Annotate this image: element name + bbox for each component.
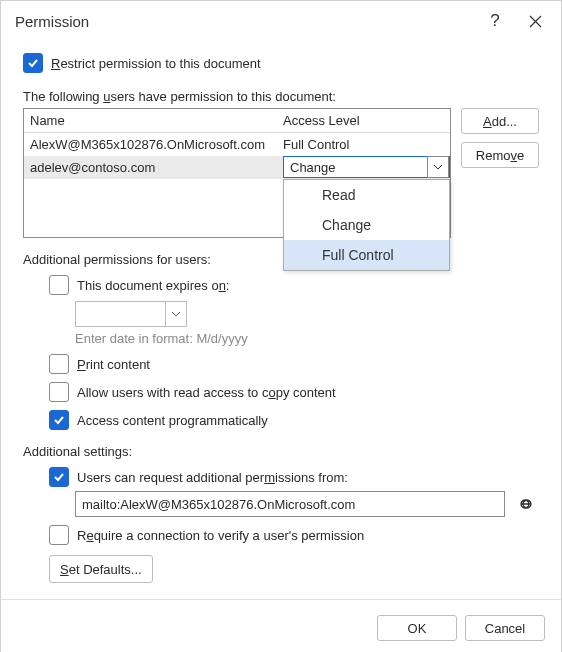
copy-label: Allow users with read access to copy con… [77, 385, 336, 400]
col-name-header[interactable]: Name [24, 113, 277, 128]
programmatic-checkbox[interactable] [49, 410, 69, 430]
additional-settings-label: Additional settings: [23, 444, 539, 459]
print-label: Print content [77, 357, 150, 372]
table-row[interactable]: AlexW@M365x102876.OnMicrosoft.com Full C… [24, 133, 450, 156]
cell-access: Change Read Change Full Control [283, 156, 450, 179]
cell-access: Full Control [277, 137, 450, 152]
combo-value: Change [284, 160, 427, 175]
date-format-hint: Enter date in format: M/d/yyyy [75, 331, 539, 346]
programmatic-label: Access content programmatically [77, 413, 268, 428]
close-button[interactable] [515, 1, 555, 41]
copy-checkbox[interactable] [49, 382, 69, 402]
dropdown-option[interactable]: Full Control [284, 240, 449, 270]
cell-name: adelev@contoso.com [24, 160, 283, 175]
add-button[interactable]: Add... [461, 108, 539, 134]
access-level-dropdown: Read Change Full Control [283, 179, 450, 271]
restrict-label: Restrict permission to this document [51, 56, 261, 71]
ok-button[interactable]: OK [377, 615, 457, 641]
cancel-button[interactable]: Cancel [465, 615, 545, 641]
dialog-title: Permission [15, 13, 475, 30]
expires-label: This document expires on: [77, 278, 229, 293]
remove-button[interactable]: Remove [461, 142, 539, 168]
close-icon [529, 15, 542, 28]
expires-checkbox[interactable] [49, 275, 69, 295]
request-permissions-label: Users can request additional permissions… [77, 470, 348, 485]
title-bar: Permission ? [1, 1, 561, 41]
cell-name: AlexW@M365x102876.OnMicrosoft.com [24, 137, 277, 152]
set-defaults-button[interactable]: Set Defaults... [49, 555, 153, 583]
help-icon: ? [490, 11, 499, 31]
users-list-label: The following users have permission to t… [23, 89, 539, 104]
print-checkbox[interactable] [49, 354, 69, 374]
chevron-down-icon[interactable] [427, 156, 449, 178]
dropdown-option[interactable]: Read [284, 180, 449, 210]
dialog-footer: OK Cancel [1, 599, 561, 652]
col-access-header[interactable]: Access Level [277, 113, 450, 128]
restrict-row: Restrict permission to this document [23, 53, 539, 73]
expires-date-input[interactable] [75, 301, 187, 327]
users-table[interactable]: Name Access Level AlexW@M365x102876.OnMi… [23, 108, 451, 238]
table-row[interactable]: adelev@contoso.com Change Read Change Fu… [24, 156, 450, 179]
dropdown-option[interactable]: Change [284, 210, 449, 240]
link-icon[interactable] [513, 491, 539, 517]
verify-connection-label: Require a connection to verify a user's … [77, 528, 364, 543]
help-button[interactable]: ? [475, 1, 515, 41]
request-permissions-url-input[interactable]: mailto:AlexW@M365x102876.OnMicrosoft.com [75, 491, 505, 517]
table-header: Name Access Level [24, 109, 450, 133]
chevron-down-icon[interactable] [165, 302, 186, 326]
request-permissions-checkbox[interactable] [49, 467, 69, 487]
additional-permissions-label: Additional permissions for users: [23, 252, 539, 267]
input-value: mailto:AlexW@M365x102876.OnMicrosoft.com [82, 497, 355, 512]
permission-dialog: Permission ? Restrict permission to this… [0, 0, 562, 652]
verify-connection-checkbox[interactable] [49, 525, 69, 545]
access-level-combo[interactable]: Change [283, 156, 450, 178]
restrict-checkbox[interactable] [23, 53, 43, 73]
